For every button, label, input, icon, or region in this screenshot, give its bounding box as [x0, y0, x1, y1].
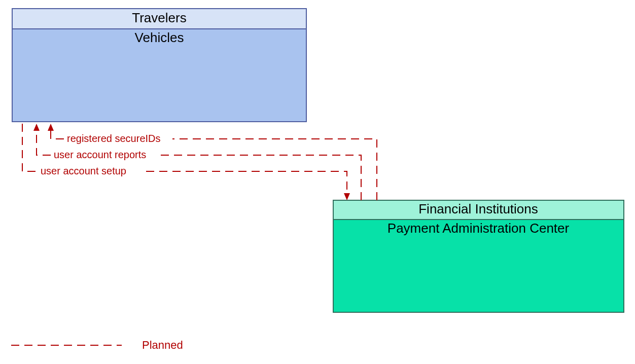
node-financial-sub-text: Payment Administration Center — [387, 221, 570, 236]
node-travelers: Travelers Vehicles — [12, 9, 306, 122]
node-travelers-sub-text: Vehicles — [135, 30, 184, 45]
flow-registered-secure-ids-label: registered secureIDs — [67, 133, 161, 144]
node-financial-header-text: Financial Institutions — [418, 201, 538, 216]
flow-user-account-setup-arrow — [344, 193, 350, 200]
node-financial: Financial Institutions Payment Administr… — [333, 200, 624, 312]
node-travelers-header-text: Travelers — [132, 10, 186, 25]
flow-user-account-setup-label: user account setup — [41, 165, 126, 176]
flow-user-account-reports-label: user account reports — [54, 149, 146, 160]
diagram-canvas: Travelers Vehicles Financial Institution… — [0, 0, 635, 364]
legend: Planned — [11, 339, 183, 351]
flow-user-account-reports-arrow — [33, 124, 40, 131]
flow-registered-secure-ids: registered secureIDs — [48, 124, 377, 200]
legend-planned-label: Planned — [142, 339, 183, 351]
flow-registered-secure-ids-arrow — [48, 124, 54, 131]
